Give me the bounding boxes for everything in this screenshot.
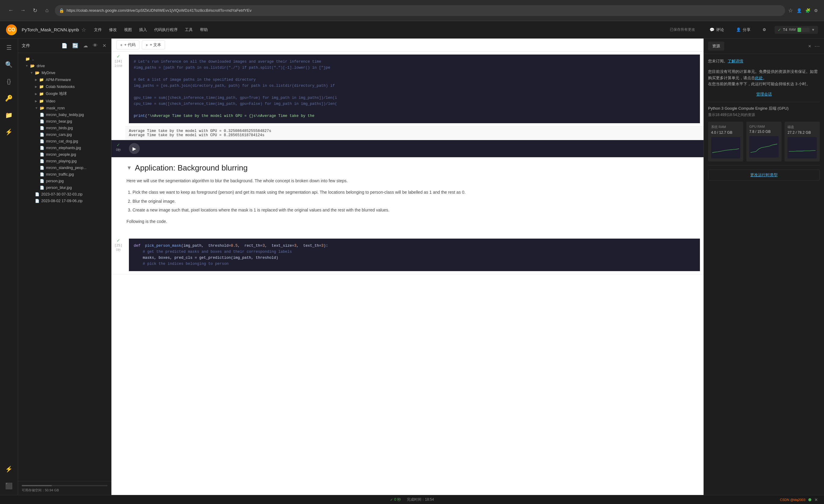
disk-label: 磁盘: [788, 125, 817, 129]
list-item-2: Blur the original image.: [132, 198, 689, 205]
cell-24: ✓ [24] 1分钟 # Let's run inference on all …: [111, 52, 704, 140]
list-item-1: Pick the class we want to keep as foregr…: [132, 189, 689, 196]
tree-item-apm[interactable]: ▶ 📁 APM-Firmware: [18, 76, 111, 83]
refresh-button[interactable]: ↻: [30, 6, 40, 15]
close-panel-button[interactable]: ✕: [101, 41, 108, 50]
change-runtime-button[interactable]: 更改运行时类型: [708, 170, 820, 181]
tree-item-mydrive[interactable]: ▼ 📂 MyDrive: [18, 69, 111, 76]
tree-item-person[interactable]: 📄 person.jpg: [18, 178, 111, 184]
forward-button[interactable]: →: [18, 6, 28, 15]
main-layout: ☰ 🔍 {} 🔑 📁 ⚡ ⚡ ⬛ 文件 📄 🔄 ☁ 👁 ✕ 📁 ..: [0, 38, 824, 495]
menu-edit[interactable]: 修改: [109, 26, 117, 34]
tree-item-bear[interactable]: 📄 mrcnn_bear.jpg: [18, 118, 111, 125]
tree-item-zip1[interactable]: 📄 2023-07-30 07-32-03.zip: [18, 191, 111, 198]
output-line-1: Average Time take by the model with GPU …: [129, 129, 700, 133]
refresh-files-button[interactable]: 🔄: [71, 41, 80, 50]
manage-session-button[interactable]: 管理会话: [708, 92, 820, 97]
resources-close-button[interactable]: ✕: [808, 44, 811, 48]
collapse-arrow-icon[interactable]: ▼: [126, 165, 132, 171]
resource-meters: 系统 RAM 4.0 / 12.7 GB GPU RAM 7.8 / 15.0 …: [708, 122, 820, 162]
profile-icon[interactable]: 👤: [797, 8, 802, 13]
list-items: Pick the class we want to keep as foregr…: [126, 189, 689, 214]
tree-item-elephants[interactable]: 📄 mrcnn_elephants.jpg: [18, 144, 111, 151]
cell-24-code[interactable]: # Let's run inference on all the downloa…: [125, 52, 704, 126]
storage-info: 可用存储空间：50.94 GB: [18, 481, 111, 495]
bookmark-icon[interactable]: ☆: [788, 7, 793, 14]
tree-item-earth[interactable]: ▶ 📁 Google 地球: [18, 90, 111, 98]
close-notification-button[interactable]: ✕: [814, 497, 818, 502]
cell-25-code[interactable]: def pick_person_mask(img_path, threshold…: [125, 235, 704, 274]
tree-item-video[interactable]: ▶ 📁 Video: [18, 98, 111, 105]
gpu-ram-chart: [749, 136, 779, 158]
learn-more-link[interactable]: 了解详情: [728, 59, 743, 63]
resources-more-button[interactable]: ⋯: [814, 43, 820, 49]
sidebar-terminal-icon[interactable]: ⬛: [3, 480, 15, 492]
comment-button[interactable]: 💬 评论: [706, 25, 728, 34]
sidebar-secrets-icon[interactable]: 🔑: [3, 92, 15, 104]
star-icon[interactable]: ☆: [81, 26, 86, 33]
file-panel: 文件 📄 🔄 ☁ 👁 ✕ 📁 .. ▼ 📂 drive ▼ 📂: [18, 38, 111, 495]
menu-help[interactable]: 帮助: [200, 26, 208, 34]
section-title: Application: Background blurring: [135, 163, 247, 173]
sidebar-files-icon[interactable]: 📁: [3, 109, 15, 121]
sidebar-toc-icon[interactable]: ⚡: [3, 463, 15, 475]
browser-chrome: ← → ↻ ⌂ 🔒 https://colab.research.google.…: [0, 0, 824, 21]
tree-item-dotdot[interactable]: 📁 ..: [18, 56, 111, 62]
share-button[interactable]: 👤 分享: [732, 25, 754, 34]
file-icon: 📄: [35, 192, 39, 196]
bottom-right-corner: CSDN @ldq2003 ✕: [780, 497, 818, 502]
here-link[interactable]: 此处: [755, 76, 763, 80]
play-button[interactable]: ▶: [129, 143, 140, 154]
tree-item-traffic[interactable]: 📄 mrcnn_traffic.jpg: [18, 171, 111, 178]
url-bar[interactable]: 🔒 https://colab.research.google.com/driv…: [55, 5, 785, 16]
toggle-hidden-button[interactable]: 👁: [92, 41, 99, 50]
folder-icon: 📁: [39, 77, 44, 82]
extensions-icon[interactable]: 🧩: [805, 8, 810, 13]
cell-25-code-block: def pick_person_mask(img_path, threshold…: [129, 238, 700, 271]
tree-item-playing[interactable]: 📄 mrcnn_playing.jpg: [18, 158, 111, 165]
new-file-button[interactable]: 📄: [60, 41, 69, 50]
right-panel-controls: ✕ ⋯: [808, 43, 820, 49]
colab-settings-button[interactable]: ⚙: [759, 26, 770, 34]
menu-tools[interactable]: 工具: [185, 26, 193, 34]
following-code-text: Following is the code.: [126, 218, 689, 225]
menu-runtime[interactable]: 代码执行程序: [154, 26, 178, 34]
settings-icon[interactable]: ⚙: [814, 8, 818, 13]
cell-25-timing: 0秒: [116, 248, 121, 252]
menu-file[interactable]: 文件: [94, 26, 102, 34]
runtime-check-icon: ✓: [778, 27, 781, 32]
tree-item-birds[interactable]: 📄 mrcnn_birds.jpg: [18, 125, 111, 131]
sidebar-variables-icon[interactable]: {}: [3, 75, 15, 87]
online-dot: [808, 498, 811, 501]
tree-item-standing[interactable]: 📄 mrcnn_standing_peop...: [18, 165, 111, 171]
system-ram-value: 4.0 / 12.7 GB: [711, 130, 740, 135]
folder-icon: 📁: [39, 84, 44, 89]
add-text-button[interactable]: + + 文本: [142, 40, 165, 49]
tree-item-drive[interactable]: ▼ 📂 drive: [18, 62, 111, 69]
chevron-down-icon[interactable]: ▼: [811, 28, 815, 32]
sidebar-menu-icon[interactable]: ☰: [3, 41, 15, 54]
menu-insert[interactable]: 插入: [139, 26, 147, 34]
chevron-right-icon: ▶: [35, 85, 37, 88]
tab-resources[interactable]: 资源: [708, 41, 724, 51]
upload-button[interactable]: ☁: [82, 41, 89, 50]
folder-icon: 📁: [25, 57, 30, 61]
tree-item-colab[interactable]: ▶ 📁 Colab Notebooks: [18, 83, 111, 90]
tree-item-mask-rcnn[interactable]: ▼ 📂 mask_rcnn: [18, 105, 111, 111]
sidebar-search-icon[interactable]: 🔍: [3, 59, 15, 71]
sidebar-snippets-icon[interactable]: ⚡: [3, 126, 15, 138]
cell-run-check: ✓: [117, 54, 120, 59]
home-button[interactable]: ⌂: [42, 6, 52, 15]
file-panel-header: 文件 📄 🔄 ☁ 👁 ✕: [18, 38, 111, 53]
menu-view[interactable]: 视图: [124, 26, 132, 34]
tree-item-zip2[interactable]: 📄 2023-08-02 17-09-06.zip: [18, 198, 111, 204]
tree-item-person-blur[interactable]: 📄 person_blur.jpg: [18, 184, 111, 191]
tree-item-cat-dog[interactable]: 📄 mrcnn_cat_dog.jpg: [18, 138, 111, 144]
menu-bar: 文件 修改 视图 插入 代码执行程序 工具 帮助: [94, 26, 208, 34]
tree-item-cars[interactable]: 📄 mrcnn_cars.jpg: [18, 131, 111, 138]
back-button[interactable]: ←: [6, 6, 16, 15]
add-code-button[interactable]: + + 代码: [116, 40, 139, 49]
tree-item-people[interactable]: 📄 mrcnn_people.jpg: [18, 151, 111, 158]
tree-item-baby-teddy[interactable]: 📄 mrcnn_baby_teddy.jpg: [18, 111, 111, 118]
colab-logo: CO: [6, 24, 17, 35]
